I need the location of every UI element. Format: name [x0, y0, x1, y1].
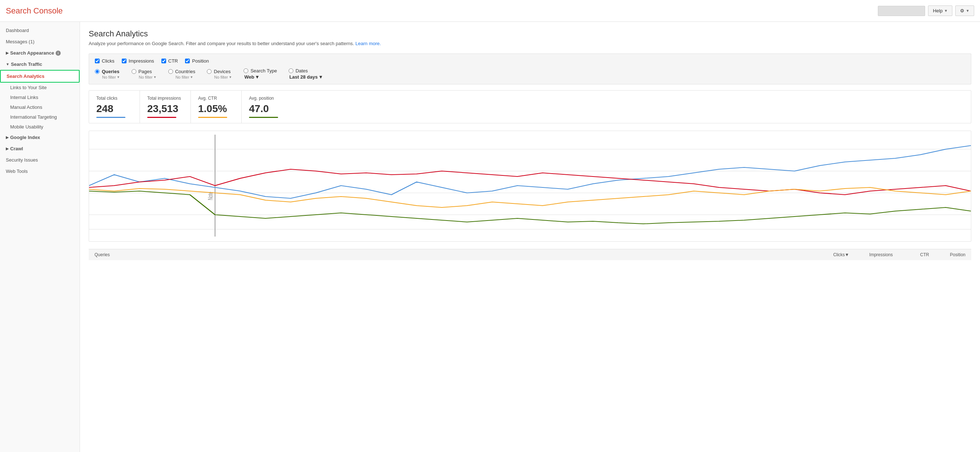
main-content: Search Analytics Analyze your performanc…: [80, 22, 980, 452]
chevron-down-icon: ▼: [229, 75, 232, 79]
layout: Dashboard Messages (1) ▶ Search Appearan…: [0, 22, 980, 452]
queries-filter[interactable]: No filter ▼: [95, 75, 120, 79]
sidebar-item-internal-links[interactable]: Internal Links: [0, 93, 80, 102]
expand-icon: ▶: [6, 51, 9, 55]
chevron-down-icon: ▼: [966, 9, 969, 13]
sidebar-section-search-traffic[interactable]: ▼ Search Traffic: [0, 59, 80, 70]
sidebar-item-search-analytics[interactable]: Search Analytics: [0, 70, 80, 83]
sidebar-item-international-targeting[interactable]: International Targeting: [0, 112, 80, 122]
gear-icon: ⚙: [960, 8, 964, 13]
collapse-icon: ▼: [6, 62, 10, 66]
header: Search Console Help ▼ ⚙ ▼: [0, 0, 980, 22]
radio-queries[interactable]: Queries: [95, 69, 120, 74]
stat-label: Avg. position: [249, 96, 285, 101]
chevron-down-icon: ▼: [944, 9, 948, 13]
table-header: Queries Clicks▼ Impressions CTR Position: [89, 249, 971, 260]
countries-filter[interactable]: No filter ▼: [168, 75, 196, 79]
chevron-down-icon: ▼: [117, 75, 120, 79]
radio-devices[interactable]: Devices: [207, 69, 232, 74]
radio-dates[interactable]: [289, 69, 293, 73]
sidebar-item-security-issues[interactable]: Security Issues: [0, 154, 80, 166]
chart-container: Note: [89, 131, 971, 242]
stat-label: Total impressions: [147, 96, 183, 101]
radio-group-queries: Queries No filter ▼: [95, 69, 120, 79]
sidebar-item-web-tools[interactable]: Web Tools: [0, 166, 80, 177]
radio-pages[interactable]: Pages: [132, 69, 157, 74]
chevron-down-icon: ▼: [318, 74, 323, 80]
page-subtitle: Analyze your performance on Google Searc…: [89, 41, 971, 46]
radio-group-pages: Pages No filter ▼: [132, 69, 157, 79]
search-type-group: Search Type Web ▼: [243, 68, 277, 80]
stats-row: Total clicks 248 Total impressions 23,51…: [89, 90, 971, 123]
stat-avg-position[interactable]: Avg. position 47.0: [242, 91, 293, 123]
stat-bar-blue: [96, 117, 126, 118]
chevron-down-icon: ▼: [190, 75, 193, 79]
header-right: Help ▼ ⚙ ▼: [878, 5, 974, 16]
devices-filter[interactable]: No filter ▼: [207, 75, 232, 79]
checkbox-impressions[interactable]: Impressions: [122, 58, 154, 64]
stat-avg-ctr[interactable]: Avg. CTR 1.05%: [191, 91, 242, 123]
checkbox-clicks[interactable]: Clicks: [95, 58, 115, 64]
stat-value: 1.05%: [198, 103, 234, 115]
sidebar-item-dashboard[interactable]: Dashboard: [0, 25, 80, 36]
radio-group-devices: Devices No filter ▼: [207, 69, 232, 79]
stat-value: 47.0: [249, 103, 285, 115]
stat-bar-red: [147, 117, 176, 118]
radio-search-type[interactable]: [243, 69, 248, 73]
dates-label: Dates: [289, 68, 323, 73]
checkbox-ctr[interactable]: CTR: [161, 58, 178, 64]
info-icon: i: [56, 51, 61, 56]
stat-bar-orange: [198, 117, 227, 118]
col-header-ctr[interactable]: CTR: [893, 252, 929, 257]
help-button[interactable]: Help ▼: [928, 5, 952, 16]
sidebar-section-google-index[interactable]: ▶ Google Index: [0, 132, 80, 143]
page-title: Search Analytics: [89, 29, 971, 38]
sidebar-item-messages[interactable]: Messages (1): [0, 36, 80, 47]
col-header-clicks[interactable]: Clicks▼: [805, 252, 849, 257]
expand-icon: ▶: [6, 136, 9, 139]
dates-value[interactable]: Last 28 days ▼: [289, 74, 323, 80]
sidebar-item-manual-actions[interactable]: Manual Actions: [0, 102, 80, 112]
sidebar-item-mobile-usability[interactable]: Mobile Usability: [0, 122, 80, 132]
chevron-down-icon: ▼: [153, 75, 157, 79]
stat-value: 248: [96, 103, 132, 115]
settings-button[interactable]: ⚙ ▼: [955, 5, 974, 16]
col-header-queries[interactable]: Queries: [94, 252, 805, 257]
account-selector[interactable]: [878, 6, 925, 16]
stat-total-clicks[interactable]: Total clicks 248: [89, 91, 140, 123]
col-header-position[interactable]: Position: [929, 252, 966, 257]
stat-total-impressions[interactable]: Total impressions 23,513: [140, 91, 191, 123]
sidebar: Dashboard Messages (1) ▶ Search Appearan…: [0, 22, 80, 452]
checkbox-position[interactable]: Position: [185, 58, 208, 64]
col-header-impressions[interactable]: Impressions: [849, 252, 893, 257]
filter-row-checkboxes: Clicks Impressions CTR Position: [95, 58, 965, 64]
filter-bar: Clicks Impressions CTR Position Quer: [89, 53, 971, 85]
radio-group-countries: Countries No filter ▼: [168, 69, 196, 79]
filter-row-radios: Queries No filter ▼ Pages No filter ▼: [95, 68, 965, 80]
app-title: Search Console: [6, 6, 63, 16]
pages-filter[interactable]: No filter ▼: [132, 75, 157, 79]
sidebar-section-crawl[interactable]: ▶ Crawl: [0, 143, 80, 154]
search-type-label: Search Type: [243, 68, 277, 73]
learn-more-link[interactable]: Learn more.: [355, 41, 381, 46]
search-type-value[interactable]: Web ▼: [243, 74, 277, 80]
stat-label: Total clicks: [96, 96, 132, 101]
expand-icon: ▶: [6, 147, 9, 151]
line-chart: Note: [89, 135, 971, 236]
dates-group: Dates Last 28 days ▼: [289, 68, 323, 80]
sidebar-item-links-to-site[interactable]: Links to Your Site: [0, 83, 80, 93]
chevron-down-icon: ▼: [255, 74, 259, 80]
radio-countries[interactable]: Countries: [168, 69, 196, 74]
stat-label: Avg. CTR: [198, 96, 234, 101]
sidebar-section-search-appearance[interactable]: ▶ Search Appearance i: [0, 47, 80, 59]
stat-bar-green: [249, 117, 278, 118]
stat-value: 23,513: [147, 103, 183, 115]
